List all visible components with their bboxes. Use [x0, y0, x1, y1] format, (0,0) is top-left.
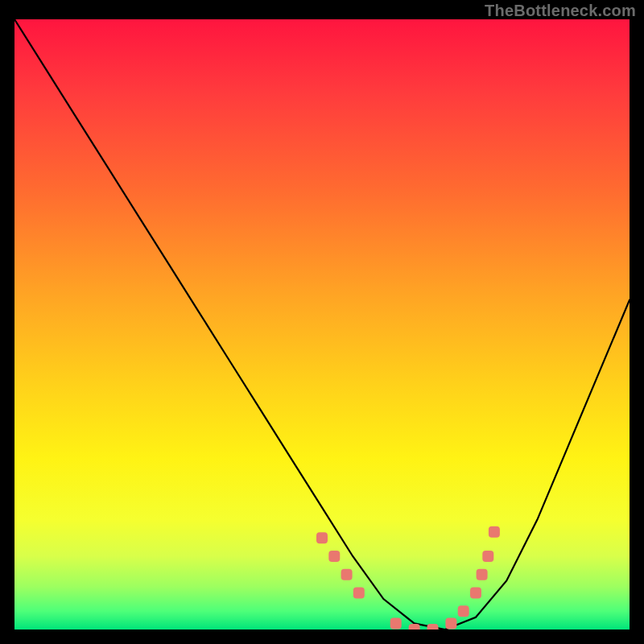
highlight-dot: [353, 588, 365, 599]
highlight-dot: [427, 624, 439, 630]
highlight-dot: [409, 624, 420, 630]
highlight-dot: [489, 526, 500, 538]
highlight-dot: [445, 617, 456, 629]
curve-svg: [14, 19, 630, 630]
highlight-dot: [477, 569, 488, 580]
highlight-dot: [470, 588, 481, 599]
highlight-dot: [458, 605, 469, 617]
highlight-dot: [482, 551, 493, 562]
watermark-text: TheBottleneck.com: [485, 2, 636, 20]
plot-area: [14, 19, 630, 630]
highlight-dot: [390, 617, 402, 629]
bottleneck-curve: [14, 19, 630, 630]
highlight-dot: [328, 551, 340, 562]
highlight-dots: [316, 526, 500, 630]
highlight-dot: [316, 532, 328, 543]
chart-frame: TheBottleneck.com: [0, 0, 644, 644]
highlight-dot: [341, 569, 353, 580]
